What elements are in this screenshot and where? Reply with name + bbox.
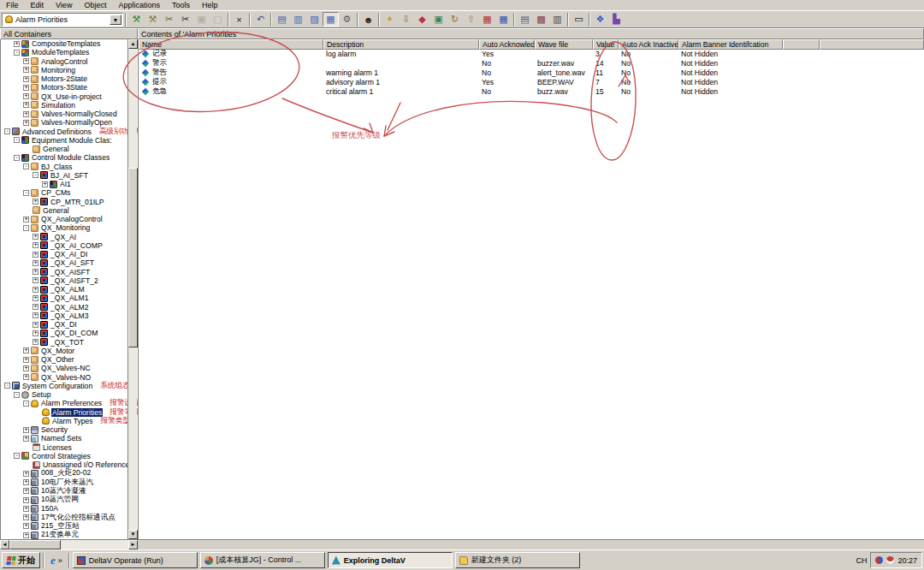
undo-icon[interactable]: ↶ [252, 12, 269, 27]
language-indicator[interactable]: CH [852, 555, 870, 567]
column-header-name[interactable]: Name [139, 39, 323, 50]
expand-icon[interactable]: + [33, 269, 38, 275]
tree-item--qx-aisft-2[interactable]: +_QX_AISFT_2 [1, 276, 127, 285]
tree-item-moduletemplates[interactable]: -ModuleTemplates [1, 48, 127, 56]
combobox-dropdown-button[interactable]: ▼ [110, 15, 121, 25]
priority-diamond-icon[interactable]: ◆ [414, 12, 430, 27]
expand-icon[interactable]: + [33, 234, 38, 240]
internet-explorer-icon[interactable]: e [50, 554, 56, 567]
expand-icon[interactable]: + [33, 339, 38, 345]
user-up-icon[interactable]: ⇧ [463, 12, 479, 27]
tree-item--qx-ai-sft[interactable]: +_QX_AI_SFT [1, 258, 127, 267]
tree-item-label[interactable]: _QX_AISFT [50, 268, 91, 276]
expand-icon[interactable]: + [23, 436, 29, 442]
tree-item-label[interactable]: 10蒸汽管网 [40, 495, 80, 505]
tree-item-label[interactable]: QX_Valves-NC [40, 364, 92, 372]
tree-item-simulation[interactable]: +Simulation [1, 101, 127, 110]
tree-item-label[interactable]: _QX_ALM3 [50, 312, 89, 320]
table-row[interactable]: 危急critical alarm 1Nobuzz.wav15NoNot Hidd… [139, 86, 924, 96]
tree-item--qx-alm[interactable]: +_QX_ALM [1, 285, 127, 294]
tree-item-label[interactable]: Alarm Preferences [40, 399, 103, 407]
tree-item-label[interactable]: _QX_AI_DI [50, 250, 88, 258]
tree-item-analogcontrol[interactable]: +AnalogControl [1, 57, 127, 66]
expand-icon[interactable]: + [33, 242, 38, 248]
tree-item-label[interactable]: General [42, 206, 70, 215]
tree-item-label[interactable]: _QX_ALM2 [50, 303, 89, 312]
collapse-icon[interactable]: - [14, 453, 20, 459]
tree-item-label[interactable]: QX_Other [40, 355, 75, 364]
tree-item-label[interactable]: CP_MTR_01ILP [50, 198, 105, 206]
expand-icon[interactable]: + [33, 287, 38, 293]
column-header-auto-ack-inactive[interactable]: Auto Ack Inactive [619, 39, 678, 50]
tree-item-qx-motor[interactable]: +QX_Motor [1, 347, 127, 355]
tree-item-qx-analogcontrol[interactable]: +QX_AnalogControl [1, 215, 127, 223]
expand-icon[interactable]: + [33, 277, 38, 283]
expand-icon[interactable]: + [23, 85, 29, 91]
tree-item-label[interactable]: QX_Monitoring [40, 223, 91, 232]
menu-view[interactable]: View [50, 0, 78, 10]
expand-icon[interactable]: + [23, 58, 29, 64]
tree-item-label[interactable]: Motors-2State [40, 74, 88, 83]
stats-icon[interactable]: ▙ [608, 12, 625, 27]
collapse-icon[interactable]: - [14, 155, 20, 161]
tree-item-cp-mtr-01ilp[interactable]: +CP_MTR_01ILP [1, 198, 127, 206]
collapse-icon[interactable]: - [23, 225, 29, 231]
expand-icon[interactable]: + [42, 181, 48, 187]
tree-item-valves-normallyclosed[interactable]: +Valves-NormallyClosed [1, 110, 127, 118]
expand-icon[interactable]: + [23, 427, 29, 433]
column-header-value[interactable]: Value [593, 39, 619, 50]
copy-icon[interactable]: ▣ [193, 12, 210, 27]
user-icon[interactable]: ☻ [360, 12, 376, 27]
tree-item-label[interactable]: Licenses [42, 443, 73, 452]
tree-item-equipment-module-clas-[interactable]: -Equipment Module Clas: [1, 136, 127, 145]
tree-item-control-module-classes[interactable]: -Control Module Classes [1, 153, 127, 162]
graph-icon[interactable]: ▩ [533, 12, 549, 27]
tree-item-compositetemplates[interactable]: +CompositeTemplates [1, 39, 127, 48]
scroll-down-button[interactable]: ▼ [128, 530, 138, 539]
collapse-icon[interactable]: - [23, 190, 29, 196]
tree-item-label[interactable]: BJ_AI_SFT [50, 171, 89, 180]
tree-item-label[interactable]: Security [40, 425, 68, 434]
alarm-bell-icon[interactable]: ✦ [382, 12, 398, 27]
tree-item-label[interactable]: QX_Valves-NO [40, 373, 92, 382]
tree-item-label[interactable]: 21变换单元 [40, 530, 80, 539]
tree-item--qx-alm2[interactable]: +_QX_ALM2 [1, 303, 127, 312]
tree-item--qx-di[interactable]: +_QX_DI [1, 320, 127, 329]
table-chart-icon[interactable]: ▤ [517, 12, 533, 27]
tree-item-licenses[interactable]: Licenses [1, 443, 127, 452]
picture-icon[interactable]: ▣ [430, 12, 447, 27]
tree-item-label[interactable]: _QX_ALM1 [50, 294, 89, 302]
tree-item-label[interactable]: Control Strategies [31, 452, 92, 460]
cut-icon[interactable]: ✂ [177, 12, 193, 27]
tree-item-cp-cms[interactable]: -CP_CMs [1, 188, 127, 197]
tree-item-label[interactable]: CompositeTemplates [31, 39, 101, 48]
tree-item-label[interactable]: BJ_Class [40, 163, 73, 171]
column-header-auto-acknowledge[interactable]: Auto Acknowledge [479, 39, 535, 50]
menu-tools[interactable]: Tools [166, 0, 196, 10]
tree-item-label[interactable]: _QX_AISFT_2 [50, 276, 99, 285]
tree-item-label[interactable]: Setup [31, 390, 51, 399]
expand-icon[interactable]: + [23, 357, 29, 363]
tree-item-motors-2state[interactable]: +Motors-2State [1, 74, 127, 83]
tree-item-label[interactable]: _QX_AI_COMP [50, 241, 104, 250]
tree-item-monitoring[interactable]: +Monitoring [1, 66, 127, 74]
find-user-icon[interactable]: ⚒ [145, 12, 161, 27]
tree-item-label[interactable]: _QX_AI [50, 233, 77, 241]
tree-item-ai1[interactable]: +AI1 [1, 180, 127, 188]
tree-item-label[interactable]: System Configuration [21, 382, 93, 390]
scroll-right-button[interactable]: ► [128, 540, 138, 549]
delete-icon[interactable]: × [231, 12, 247, 27]
keyboard-icon[interactable]: ▭ [571, 12, 587, 27]
tree-item-alarm-types[interactable]: Alarm Types报警类型 [1, 417, 127, 425]
tree-item-named-sets[interactable]: +Named Sets [1, 434, 127, 442]
tree-item-label[interactable]: _QX_DI_COM [50, 329, 98, 337]
list-view-icon[interactable]: ▨ [306, 12, 323, 27]
collapse-icon[interactable]: - [14, 137, 20, 143]
taskbar-task-operate[interactable]: DeltaV Operate (Run) [73, 552, 198, 568]
start-button[interactable]: 开始 [2, 552, 40, 568]
taskbar-task-explorer[interactable]: Exploring DeltaV [328, 552, 453, 568]
tree-item-10-[interactable]: +10蒸汽管网 [1, 496, 127, 504]
expand-icon[interactable]: + [33, 322, 38, 328]
tree-item--qx-ai[interactable]: +_QX_AI [1, 233, 127, 241]
tree-item-qx-monitoring[interactable]: -QX_Monitoring [1, 223, 127, 232]
